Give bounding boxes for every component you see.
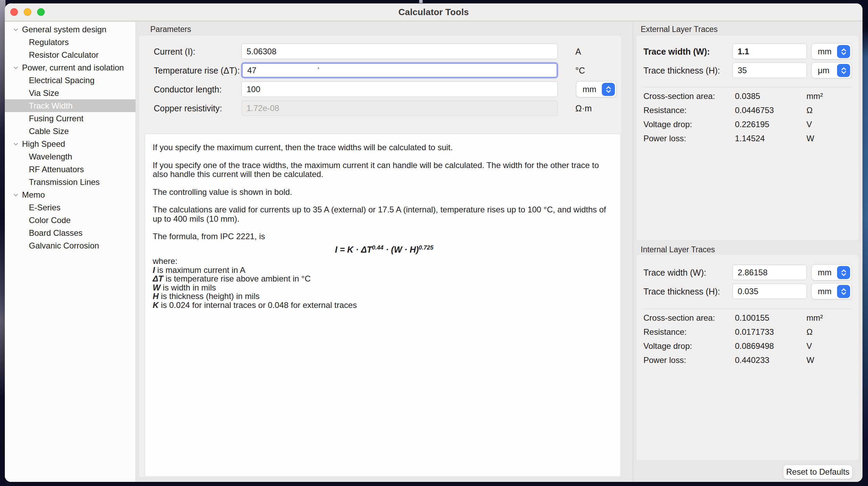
chevron-down-icon[interactable]: [12, 25, 20, 34]
chevron-down-icon[interactable]: [12, 140, 20, 148]
sidebar-item-label: Fusing Current: [29, 114, 84, 123]
close-button[interactable]: [10, 8, 18, 16]
internal-trace-width-row: Trace width (W): mm: [636, 265, 859, 280]
chevron-down-icon[interactable]: [12, 64, 20, 72]
external-trace-thickness-label: Trace thickness (H):: [643, 66, 720, 76]
external-result-row: Resistance: 0.0446753 Ω: [636, 103, 859, 117]
sidebar-item-rf-attenuators[interactable]: RF Attenuators: [5, 163, 135, 176]
sidebar-item-cable-size[interactable]: Cable Size: [5, 125, 135, 137]
description-paragraph: If you specify one of the trace widths, …: [153, 161, 607, 179]
current-row: Current (I): A: [139, 44, 621, 59]
current-input[interactable]: [241, 44, 558, 59]
temperature-rise-input[interactable]: [241, 63, 558, 78]
titlebar[interactable]: Calculator Tools: [5, 3, 862, 21]
text-cursor-dot: [318, 67, 319, 69]
stepper-icon[interactable]: [837, 64, 850, 77]
sidebar-item-e-series[interactable]: E-Series: [5, 201, 135, 214]
result-value: 1.14524: [735, 134, 765, 143]
divider: [643, 87, 851, 87]
external-trace-thickness-unit-select[interactable]: μm: [811, 62, 852, 78]
stepper-icon[interactable]: [837, 285, 850, 298]
external-result-row: Voltage drop: 0.226195 V: [636, 118, 859, 131]
traffic-lights: [10, 3, 45, 21]
calculator-tree: General system design Regulators Resisto…: [5, 22, 136, 482]
internal-trace-thickness-unit-select[interactable]: mm: [811, 283, 852, 299]
sidebar-item-high-speed[interactable]: High Speed: [5, 137, 135, 150]
sidebar-item-label: Power, current and isolation: [22, 63, 124, 73]
result-value: 0.0446753: [735, 106, 774, 115]
parameters-section-label: Parameters: [150, 25, 191, 34]
description-box: If you specify the maximum current, then…: [145, 134, 621, 477]
stepper-icon[interactable]: [837, 45, 850, 58]
sidebar-item-track-width[interactable]: Track Width: [5, 99, 135, 112]
where-intro: where:: [153, 257, 607, 266]
result-label: Voltage drop:: [643, 120, 692, 129]
window-content: General system design Regulators Resisto…: [5, 22, 862, 482]
where-item: ΔT is temperature rise above ambient in …: [153, 274, 607, 283]
sidebar-item-resistor-calculator[interactable]: Resistor Calculator: [5, 48, 135, 61]
internal-result-row: Power loss: 0.440233 W: [636, 353, 859, 367]
sidebar-item-label: Track Width: [29, 101, 73, 111]
sidebar-item-power-current-isolation[interactable]: Power, current and isolation: [5, 61, 135, 74]
sidebar-item-board-classes[interactable]: Board Classes: [5, 227, 135, 239]
desktop-background-right: [862, 0, 868, 486]
external-result-row: Power loss: 1.14524 W: [636, 132, 859, 145]
sidebar-item-galvanic-corrosion[interactable]: Galvanic Corrosion: [5, 239, 135, 252]
reset-to-defaults-button[interactable]: Reset to Defaults: [783, 465, 853, 479]
internal-trace-thickness-label: Trace thickness (H):: [643, 287, 720, 297]
where-item: W is width in mils: [153, 283, 607, 292]
stepper-icon[interactable]: [602, 83, 615, 96]
stepper-icon[interactable]: [837, 266, 850, 279]
internal-trace-thickness-row: Trace thickness (H): mm: [636, 284, 859, 299]
internal-trace-width-unit-select[interactable]: mm: [811, 264, 852, 280]
sidebar-item-label: Regulators: [29, 37, 69, 47]
conductor-length-row: Conductor length: mm: [139, 81, 621, 97]
conductor-length-unit-select[interactable]: mm: [576, 81, 617, 97]
sidebar-item-label: Wavelength: [29, 152, 72, 162]
result-label: Resistance:: [643, 327, 686, 337]
minimize-button[interactable]: [24, 8, 31, 16]
sidebar-item-regulators[interactable]: Regulators: [5, 36, 135, 48]
parameters-panel: Parameters Current (I): A Temperature ri…: [136, 22, 633, 482]
conductor-length-input[interactable]: [241, 81, 558, 97]
sidebar-item-label: Galvanic Corrosion: [29, 241, 99, 251]
result-value: 0.440233: [735, 355, 769, 365]
external-trace-width-row: Trace width (W): mm: [636, 44, 859, 59]
external-result-row: Cross-section area: 0.0385 mm²: [636, 89, 859, 103]
description-paragraph: The controlling value is shown in bold.: [153, 188, 607, 197]
current-label: Current (I):: [154, 47, 195, 57]
result-unit: mm²: [806, 91, 823, 101]
result-value: 0.0385: [735, 91, 760, 101]
sidebar-item-label: RF Attenuators: [29, 165, 84, 174]
sidebar-item-wavelength[interactable]: Wavelength: [5, 150, 135, 163]
description-paragraph: The calculations are valid for currents …: [153, 205, 607, 223]
sidebar-item-memo[interactable]: Memo: [5, 188, 135, 201]
internal-result-row: Cross-section area: 0.100155 mm²: [636, 311, 859, 325]
result-unit: Ω: [806, 327, 813, 337]
sidebar-item-fusing-current[interactable]: Fusing Current: [5, 112, 135, 125]
zoom-button[interactable]: [37, 8, 45, 16]
temperature-rise-row: Temperature rise (ΔT): °C: [139, 63, 621, 78]
external-trace-width-unit-select[interactable]: mm: [811, 43, 852, 59]
sidebar-item-label: Resistor Calculator: [29, 50, 99, 60]
result-unit: V: [806, 120, 812, 129]
sidebar-item-color-code[interactable]: Color Code: [5, 214, 135, 227]
internal-trace-width-label: Trace width (W):: [643, 268, 706, 278]
sidebar-item-via-size[interactable]: Via Size: [5, 87, 135, 99]
where-item: H is thickness (height) in mils: [153, 292, 607, 301]
external-trace-thickness-input[interactable]: [733, 63, 807, 78]
chevron-down-icon[interactable]: [12, 191, 20, 199]
window-title: Calculator Tools: [399, 7, 469, 18]
internal-trace-width-input[interactable]: [733, 265, 807, 280]
internal-trace-thickness-input[interactable]: [733, 284, 807, 299]
parameters-group-box: Current (I): A Temperature rise (ΔT): °C…: [139, 35, 622, 478]
sidebar-item-electrical-spacing[interactable]: Electrical Spacing: [5, 74, 135, 87]
sidebar-item-label: Cable Size: [29, 126, 69, 136]
result-value: 0.0869498: [735, 341, 774, 351]
external-trace-width-input[interactable]: [733, 44, 807, 59]
result-unit: mm²: [806, 313, 823, 323]
external-traces-section-label: External Layer Traces: [641, 25, 718, 34]
sidebar-item-transmission-lines[interactable]: Transmission Lines: [5, 176, 135, 188]
conductor-length-label: Conductor length:: [154, 85, 221, 95]
sidebar-item-general-system-design[interactable]: General system design: [5, 23, 135, 36]
